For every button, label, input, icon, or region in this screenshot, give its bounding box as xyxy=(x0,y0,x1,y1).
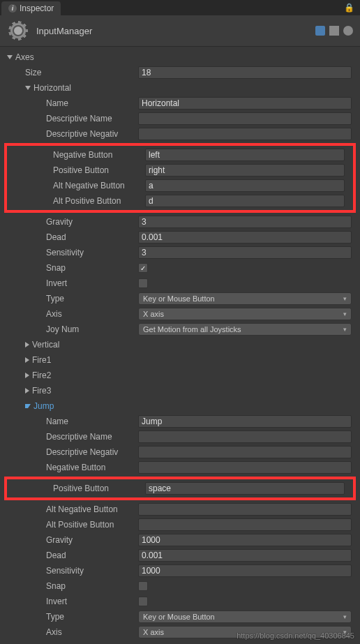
h-negbtn-label: Negative Button xyxy=(13,150,145,160)
j-descneg-input[interactable] xyxy=(138,446,352,458)
j-descname-label: Descriptive Name xyxy=(6,432,138,442)
h-dead-input[interactable] xyxy=(138,231,352,244)
h-snap-label: Snap xyxy=(6,263,138,273)
chevron-down-icon xyxy=(25,86,31,90)
lock-icon[interactable]: 🔒 xyxy=(338,0,360,15)
j-dead-label: Dead xyxy=(6,551,138,560)
h-name-input[interactable] xyxy=(138,97,352,110)
j-name-input[interactable] xyxy=(138,415,352,428)
h-joy-label: Joy Num xyxy=(6,324,138,334)
j-gravity-input[interactable] xyxy=(138,534,352,546)
settings-icon[interactable] xyxy=(343,26,353,36)
h-descname-input[interactable] xyxy=(138,112,352,125)
j-type-dropdown[interactable]: Key or Mouse Button xyxy=(138,611,352,623)
fire3-foldout[interactable]: Fire3 xyxy=(0,383,360,398)
h-type-label: Type xyxy=(6,294,138,304)
jump-foldout[interactable]: Jump xyxy=(0,398,360,414)
chevron-right-icon xyxy=(25,342,29,347)
help-icon[interactable] xyxy=(315,26,325,36)
h-snap-checkbox[interactable]: ✓ xyxy=(138,263,148,273)
h-axis-dropdown[interactable]: X axis xyxy=(138,308,352,320)
j-snap-checkbox[interactable] xyxy=(138,581,148,591)
info-icon: i xyxy=(8,4,17,13)
fire2-foldout[interactable]: Fire2 xyxy=(0,368,360,383)
chevron-down-icon xyxy=(7,55,13,59)
j-snap-label: Snap xyxy=(6,581,138,591)
preset-icon[interactable] xyxy=(329,26,339,36)
horizontal-foldout[interactable]: Horizontal xyxy=(0,80,360,96)
axes-foldout[interactable]: Axes xyxy=(0,50,360,65)
j-axis-label: Axis xyxy=(6,627,138,637)
j-posbtn-label: Positive Button xyxy=(13,484,145,493)
h-altneg-input[interactable] xyxy=(145,179,345,192)
vertical-foldout[interactable]: Vertical xyxy=(0,337,360,352)
h-posbtn-input[interactable] xyxy=(145,164,345,177)
j-negbtn-label: Negative Button xyxy=(6,463,138,472)
h-gravity-input[interactable] xyxy=(138,216,352,228)
j-dead-input[interactable] xyxy=(138,549,352,562)
h-negbtn-input[interactable] xyxy=(145,149,345,161)
h-axis-label: Axis xyxy=(6,309,138,319)
highlight-box-2: Positive Button xyxy=(4,477,356,500)
h-joy-dropdown[interactable]: Get Motion from all Joysticks xyxy=(138,323,352,336)
h-descname-label: Descriptive Name xyxy=(6,114,138,123)
component-header: InputManager xyxy=(0,15,360,47)
h-name-label: Name xyxy=(6,98,138,108)
fire1-foldout[interactable]: Fire1 xyxy=(0,352,360,368)
h-descneg-input[interactable] xyxy=(138,128,352,140)
j-altneg-input[interactable] xyxy=(138,503,352,516)
chevron-down-icon xyxy=(25,404,31,408)
chevron-right-icon xyxy=(25,388,29,394)
h-gravity-label: Gravity xyxy=(6,217,138,227)
h-altpos-input[interactable] xyxy=(145,195,345,207)
h-sens-label: Sensitivity xyxy=(6,248,138,257)
chevron-right-icon xyxy=(25,357,29,363)
j-invert-label: Invert xyxy=(6,597,138,606)
h-posbtn-label: Positive Button xyxy=(13,165,145,175)
j-type-label: Type xyxy=(6,612,138,622)
h-altpos-label: Alt Positive Button xyxy=(13,196,145,206)
h-sens-input[interactable] xyxy=(138,246,352,259)
chevron-right-icon xyxy=(25,373,29,378)
gear-icon xyxy=(7,20,29,42)
h-invert-checkbox[interactable] xyxy=(138,278,148,288)
component-title: InputManager xyxy=(36,26,308,36)
inspector-tab[interactable]: i Inspector xyxy=(1,1,61,15)
h-invert-label: Invert xyxy=(6,278,138,288)
j-sens-label: Sensitivity xyxy=(6,566,138,576)
h-dead-label: Dead xyxy=(6,232,138,242)
watermark: https://blog.csdn.net/qq_40306845 xyxy=(237,631,354,640)
j-negbtn-input[interactable] xyxy=(138,461,352,474)
j-altpos-input[interactable] xyxy=(138,518,352,531)
h-altneg-label: Alt Negative Button xyxy=(13,181,145,190)
size-label: Size xyxy=(6,68,138,77)
size-input[interactable] xyxy=(138,66,352,79)
h-descneg-label: Descriptive Negativ xyxy=(6,129,138,139)
h-type-dropdown[interactable]: Key or Mouse Button xyxy=(138,292,352,305)
j-descneg-label: Descriptive Negativ xyxy=(6,447,138,457)
j-posbtn-input[interactable] xyxy=(145,482,345,495)
j-altneg-label: Alt Negative Button xyxy=(6,504,138,514)
j-altpos-label: Alt Positive Button xyxy=(6,520,138,530)
highlight-box-1: Negative Button Positive Button Alt Nega… xyxy=(4,143,356,213)
j-invert-checkbox[interactable] xyxy=(138,597,148,606)
j-name-label: Name xyxy=(6,417,138,426)
j-sens-input[interactable] xyxy=(138,564,352,577)
j-gravity-label: Gravity xyxy=(6,535,138,545)
tab-label: Inspector xyxy=(20,3,54,13)
j-descname-input[interactable] xyxy=(138,430,352,443)
